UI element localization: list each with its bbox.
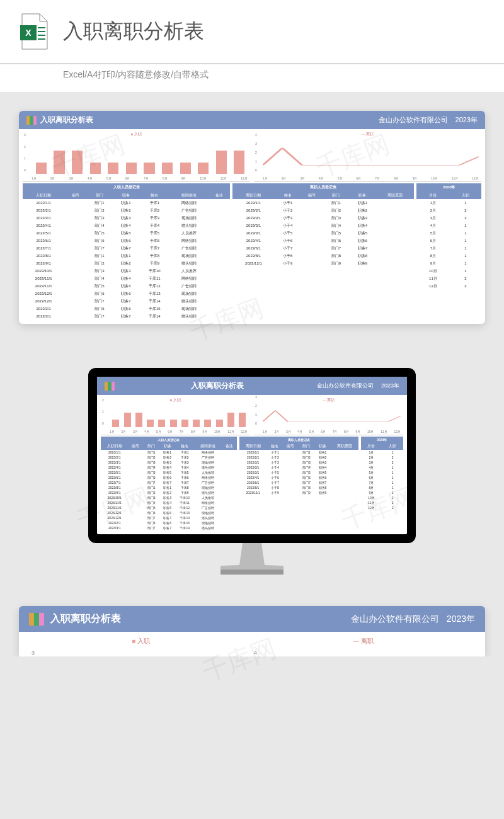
offboard-line-chart: — 离职 01234 1月2月3月4月5月6月7月8月9月10月11月12月 xyxy=(254,132,481,182)
books-icon xyxy=(105,382,115,391)
offboard-line-chart: — 离职 4 xyxy=(254,637,472,656)
summary-table: 2023年 月份入职1月12月23月24月15月16月17月18月19月110月… xyxy=(361,437,403,530)
sheet-title: 入职离职分析表 xyxy=(50,612,351,626)
sheet-year: 2023年 xyxy=(447,614,475,625)
offboard-table: 离职人员登记表 离职日期姓名编号部门职务离职原因2023/1/1小千1部门1职务… xyxy=(232,183,414,320)
offboard-table: 离职人员登记表 离职日期姓名编号部门职务离职原因2023/1/1小千1部门1职务… xyxy=(239,437,358,530)
sheet-title: 入职离职分析表 xyxy=(40,115,379,125)
spreadsheet-preview: 入职离职分析表 金山办公软件有限公司 2023年 ■ 入职 01231月2月3月… xyxy=(19,111,485,324)
onboard-table: 入职人员登记表 入职日期编号部门职务姓名招聘渠道备注2023/1/1部门1职务1… xyxy=(23,183,230,320)
company-name: 金山办公软件有限公司 xyxy=(379,115,448,125)
monitor-stand xyxy=(220,543,284,575)
page-subtitle: Excel/A4打印/内容随意修改/自带格式 xyxy=(0,64,504,92)
monitor-mockup: 入职离职分析表 金山办公软件有限公司 2023年 ■ 入职 01231月2月3月… xyxy=(0,343,504,593)
offboard-line-chart: — 离职 01234 1月2月3月4月5月6月7月8月9月10月11月12月 xyxy=(254,398,403,435)
onboard-table: 入职人员登记表 入职日期编号部门职务姓名招聘渠道备注2023/1/1部门1职务1… xyxy=(101,437,237,530)
onboard-bar-chart: ■ 入职 01231月2月3月4月5月6月7月8月9月10月11月12月 xyxy=(23,132,250,182)
page-header: X 入职离职分析表 xyxy=(0,0,504,63)
onboard-bar-chart: ■ 入职 01231月2月3月4月5月6月7月8月9月10月11月12月 xyxy=(101,398,250,435)
excel-file-icon: X xyxy=(19,13,50,50)
spreadsheet-preview-cropped: 入职离职分析表 金山办公软件有限公司 2023年 ■ 入职 3 — 离职 4 xyxy=(19,606,485,656)
books-icon xyxy=(29,613,44,626)
page-title: 入职离职分析表 xyxy=(63,18,204,45)
sheet-title: 入职离职分析表 xyxy=(118,381,317,391)
sheet-year: 2023年 xyxy=(455,115,478,125)
sheet-year: 2023年 xyxy=(381,382,399,390)
summary-table: 2023年 月份入职1月12月23月24月15月16月17月18月19月110月… xyxy=(416,183,481,320)
books-icon xyxy=(26,116,37,125)
svg-text:X: X xyxy=(25,28,32,38)
company-name: 金山办公软件有限公司 xyxy=(317,382,374,390)
company-name: 金山办公软件有限公司 xyxy=(351,614,439,625)
onboard-bar-chart: ■ 入职 3 xyxy=(32,637,250,656)
